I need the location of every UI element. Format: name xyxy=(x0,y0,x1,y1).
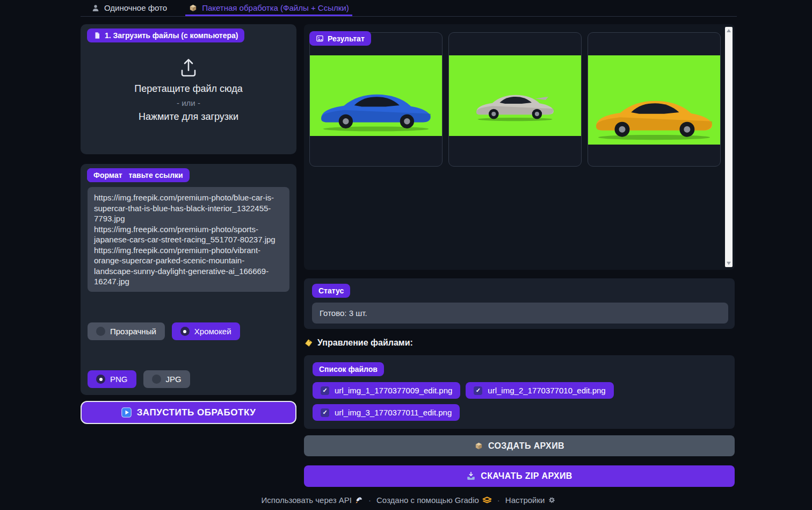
dropzone-line1: Перетащите файл сюда xyxy=(81,83,296,95)
result-gallery: Результат xyxy=(304,24,735,270)
silver-car-image xyxy=(472,89,559,122)
run-processing-button[interactable]: ЗАПУСТИТЬ ОБРАБОТКУ xyxy=(81,401,296,424)
dropzone-content: Перетащите файл сюда - или - Нажмите для… xyxy=(81,56,296,123)
gallery-scrollbar[interactable] xyxy=(725,27,733,267)
orange-car-image xyxy=(589,91,719,141)
checkmark-icon: ✓ xyxy=(474,386,482,395)
footer-separator: · xyxy=(497,495,500,505)
settings-link[interactable]: Настройки xyxy=(505,495,556,505)
upload-icon xyxy=(81,56,296,78)
tab-single-photo[interactable]: Одиночное фото xyxy=(88,1,170,16)
gallery-cells xyxy=(309,32,721,167)
radio-dot xyxy=(180,327,190,336)
create-archive-button[interactable]: СОЗДАТЬ АРХИВ xyxy=(304,435,735,456)
tab-batch-processing[interactable]: Пакетная обработка (Файлы + Ссылки) xyxy=(185,1,352,16)
right-column: Результат xyxy=(304,24,735,487)
blue-car-image xyxy=(315,85,437,133)
tab-single-label: Одиночное фото xyxy=(104,3,167,12)
gradio-logo-icon xyxy=(482,497,492,504)
radio-chromakey[interactable]: Хромокей xyxy=(172,322,240,340)
file-checkbox-3[interactable]: ✓ url_img_3_1770377011_edit.png xyxy=(313,404,460,421)
file-checkbox-1[interactable]: ✓ url_img_1_1770377009_edit.png xyxy=(313,382,460,399)
tag-icon xyxy=(304,339,313,348)
radio-dot xyxy=(96,327,105,336)
gallery-item-blue-car[interactable] xyxy=(309,32,443,167)
gradio-link[interactable]: Создано с помощью Gradio xyxy=(376,495,492,505)
gallery-item-silver-car[interactable] xyxy=(448,32,582,167)
status-value-input[interactable] xyxy=(312,303,728,324)
radio-dot xyxy=(96,375,105,384)
dropzone-line2: - или - xyxy=(81,98,296,107)
dropzone-line3: Нажмите для загрузки xyxy=(81,111,296,123)
status-panel: Статус xyxy=(304,278,735,329)
package-icon xyxy=(189,3,198,12)
person-icon xyxy=(91,4,100,12)
radio-transparent[interactable]: Прозрачный xyxy=(88,322,165,340)
footer: Использовать через API · Создано с помощ… xyxy=(81,495,737,505)
background-options: Прозрачный Хромокей xyxy=(88,322,240,340)
image-icon xyxy=(316,34,324,42)
file-list-label: Список файлов xyxy=(313,362,384,376)
app-window: Одиночное фото Пакетная обработка (Файлы… xyxy=(81,0,737,505)
package-icon xyxy=(474,441,483,450)
file-icon xyxy=(93,32,101,39)
footer-separator: · xyxy=(368,495,371,505)
radio-jpg[interactable]: JPG xyxy=(143,370,190,388)
scroll-down-icon[interactable] xyxy=(725,260,733,267)
api-link[interactable]: Использовать через API xyxy=(262,495,363,505)
download-zip-button[interactable]: СКАЧАТЬ ZIP АРХИВ xyxy=(304,465,735,487)
upload-files-label: 1. Загрузить файлы (с компьютера) xyxy=(87,28,244,42)
format-label: Формат xyxy=(87,168,129,182)
file-list-panel: Список файлов ✓ url_img_1_1770377009_edi… xyxy=(304,355,735,429)
radio-dot xyxy=(152,375,161,384)
file-upload-dropzone[interactable]: 1. Загрузить файлы (с компьютера) Перета… xyxy=(81,24,296,154)
chromakey-background xyxy=(310,55,442,136)
play-icon xyxy=(121,407,132,418)
scroll-up-icon[interactable] xyxy=(725,27,733,34)
chromakey-background xyxy=(588,55,720,145)
tab-batch-label: Пакетная обработка (Файлы + Ссылки) xyxy=(202,3,349,12)
tab-bar: Одиночное фото Пакетная обработка (Файлы… xyxy=(81,0,737,17)
file-checkbox-2[interactable]: ✓ url_img_2_1770377010_edit.png xyxy=(466,382,613,399)
checkmark-icon: ✓ xyxy=(321,386,329,395)
links-card: 2. ИЛИ вставьте ссылки https://img.freep… xyxy=(81,164,296,395)
file-checkbox-row: ✓ url_img_1_1770377009_edit.png ✓ url_im… xyxy=(313,382,726,421)
checkmark-icon: ✓ xyxy=(321,408,329,417)
chromakey-background xyxy=(449,55,581,136)
rocket-icon xyxy=(355,496,363,504)
file-management-heading: Управление файлами: xyxy=(304,338,735,348)
links-textarea[interactable]: https://img.freepik.com/premium-photo/bl… xyxy=(88,187,289,292)
left-column: 1. Загрузить файлы (с компьютера) Перета… xyxy=(81,24,296,487)
status-label: Статус xyxy=(312,284,350,298)
gear-icon xyxy=(548,496,556,504)
format-options: PNG JPG xyxy=(88,370,190,388)
result-label: Результат xyxy=(309,31,371,46)
inbox-download-icon xyxy=(466,471,476,481)
radio-png[interactable]: PNG xyxy=(88,370,136,388)
gallery-item-orange-car[interactable] xyxy=(588,32,721,167)
